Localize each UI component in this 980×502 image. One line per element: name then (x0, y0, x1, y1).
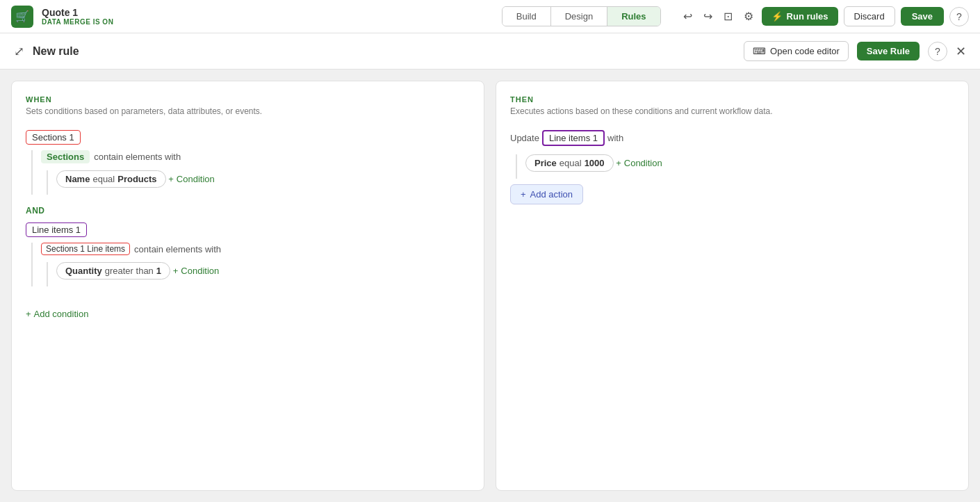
settings-button[interactable]: ⚙ (741, 7, 756, 26)
then-panel: THEN Executes actions based on these con… (496, 81, 969, 491)
when-desc: Sets conditions based on parameters, dat… (26, 106, 470, 116)
rule-icon: ⤢ (14, 44, 24, 59)
name-operator: equal (92, 174, 115, 184)
tab-build[interactable]: Build (503, 7, 551, 26)
redo-button[interactable]: ↪ (701, 7, 715, 26)
then-add-condition-button[interactable]: + Condition (616, 158, 662, 168)
sections1-add-condition-button[interactable]: + Condition (168, 174, 215, 184)
app-icon: 🛒 (11, 6, 33, 28)
discard-button[interactable]: Discard (844, 6, 895, 26)
tab-rules[interactable]: Rules (607, 7, 660, 26)
plus-icon-main: + (26, 309, 31, 319)
sections1-tag[interactable]: Sections 1 (26, 130, 81, 145)
and-label: AND (26, 206, 470, 216)
doc-subtitle: DATA MERGE IS ON (42, 18, 113, 26)
when-panel: WHEN Sets conditions based on parameters… (11, 81, 484, 491)
price-operator: equal (560, 158, 582, 168)
update-text: Update (510, 133, 539, 143)
save-rule-button[interactable]: Save Rule (857, 42, 920, 60)
open-code-editor-button[interactable]: ⌨ Open code editor (744, 41, 849, 61)
price-value: 1000 (585, 158, 605, 168)
help-button[interactable]: ? (949, 7, 969, 26)
tab-design[interactable]: Design (551, 7, 607, 26)
lightning-icon: ⚡ (771, 11, 783, 22)
doc-title: Quote 1 (42, 7, 113, 18)
lineitems1-condition-group: Sections 1 Line items contain elements w… (31, 243, 470, 286)
name-value: Products (117, 174, 156, 184)
with-text: with (607, 133, 623, 143)
sections1-inner-group: Name equal Products + Condition (47, 170, 470, 195)
top-actions: ↩ ↪ ⊡ ⚙ ⚡ Run rules Discard Save ? (680, 6, 969, 26)
sections1-block: Sections 1 Sections contain elements wit… (26, 130, 470, 195)
name-field: Name (65, 174, 90, 184)
canvas: WHEN Sets conditions based on parameters… (0, 70, 980, 502)
price-condition[interactable]: Price equal 1000 (525, 154, 614, 172)
lineitems1-block: Line items 1 Sections 1 Line items conta… (26, 222, 470, 286)
when-label: WHEN (26, 95, 470, 104)
rule-title: New rule (33, 45, 79, 58)
then-label: THEN (510, 95, 954, 104)
lineitems1-add-condition-button[interactable]: + Condition (173, 266, 220, 276)
save-button[interactable]: Save (901, 7, 944, 26)
add-action-button[interactable]: + Add action (510, 184, 583, 204)
quantity-value: 1 (156, 266, 161, 276)
lineitems1-inner-group: Quantity greater than 1 + Condition (47, 262, 470, 286)
then-condition-group: Price equal 1000 + Condition (516, 154, 954, 179)
rule-help-button[interactable]: ? (928, 42, 947, 61)
code-icon: ⌨ (753, 46, 766, 56)
sections1-condition-group: Sections contain elements with Name equa… (31, 150, 470, 195)
lineitems1-contain-text: contain elements with (134, 244, 221, 254)
sections1-contain-text: contain elements with (94, 152, 181, 162)
doc-title-area: Quote 1 DATA MERGE IS ON (42, 7, 113, 26)
plus-icon: + (168, 174, 174, 184)
sections1-contain-row: Sections contain elements with (41, 150, 470, 163)
close-rule-button[interactable]: ✕ (956, 44, 966, 59)
add-condition-button[interactable]: + Add condition (26, 309, 88, 319)
plus-icon-2: + (173, 266, 179, 276)
lineitems1-tag[interactable]: Line items 1 (26, 222, 87, 237)
price-field: Price (534, 158, 557, 168)
rule-header: ⤢ New rule ⌨ Open code editor Save Rule … (0, 33, 980, 70)
lineitems1-contain-row: Sections 1 Line items contain elements w… (41, 243, 470, 255)
undo-button[interactable]: ↩ (680, 7, 695, 26)
quantity-condition[interactable]: Quantity greater than 1 (56, 262, 170, 280)
then-desc: Executes actions based on these conditio… (510, 106, 954, 116)
line-items-action-tag[interactable]: Line items 1 (542, 130, 605, 146)
tab-group: Build Design Rules (502, 6, 661, 26)
layers-button[interactable]: ⊡ (721, 7, 735, 26)
quantity-operator: greater than (105, 266, 154, 276)
sections1-lineitems-tag[interactable]: Sections 1 Line items (41, 243, 130, 255)
quantity-field: Quantity (65, 266, 102, 276)
sections1-name-condition[interactable]: Name equal Products (56, 170, 166, 188)
plus-icon-action: + (521, 189, 526, 200)
top-bar: 🛒 Quote 1 DATA MERGE IS ON Build Design … (0, 0, 980, 33)
plus-icon-then: + (616, 158, 621, 168)
run-rules-button[interactable]: ⚡ Run rules (762, 7, 838, 26)
then-action-row: Update Line items 1 with (510, 130, 954, 146)
sections-contain-tag[interactable]: Sections (41, 150, 90, 163)
